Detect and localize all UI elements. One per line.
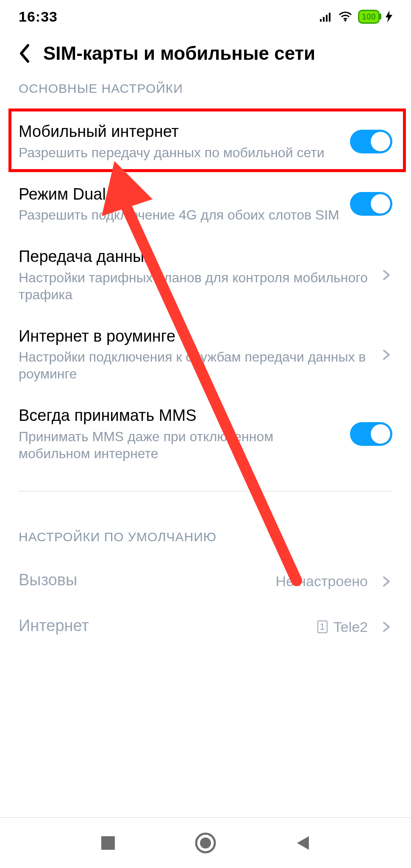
section-divider [19, 491, 392, 492]
svg-rect-0 [320, 19, 322, 22]
triangle-left-icon [294, 835, 311, 851]
content-area: ОСНОВНЫЕ НАСТРОЙКИ Мобильный интернет Ра… [0, 74, 411, 817]
svg-rect-2 [326, 15, 328, 22]
status-time: 16:33 [19, 8, 58, 25]
row-title: Интернет [19, 616, 309, 636]
cellular-signal-icon [320, 11, 333, 22]
row-subtitle: Настройки подключения к службам передачи… [19, 348, 372, 382]
row-title: Всегда принимать MMS [19, 406, 342, 426]
row-value: Не настроено [275, 573, 368, 590]
row-dual-4g[interactable]: Режим Dual 4G Разрешить подключение 4G д… [19, 173, 392, 236]
section-label-default: НАСТРОЙКИ ПО УМОЛЧАНИЮ [19, 530, 392, 544]
row-mobile-data[interactable]: Мобильный интернет Разрешить передачу да… [19, 110, 392, 173]
nav-recents-button[interactable] [95, 830, 121, 856]
row-subtitle: Настройки тарифных планов для контроля м… [19, 269, 372, 303]
row-title: Интернет в роуминге [19, 327, 372, 346]
battery-icon: 100 [358, 10, 380, 24]
sim-slot-badge: 1 [317, 620, 328, 633]
system-nav-bar [0, 817, 411, 868]
row-value: 1 Tele2 [317, 619, 368, 635]
row-data-usage[interactable]: Передача данных Настройки тарифных плано… [19, 235, 392, 315]
svg-point-9 [200, 837, 211, 849]
row-title: Передача данных [19, 247, 372, 267]
row-subtitle: Принимать MMS даже при отключенном мобил… [19, 428, 342, 462]
row-subtitle: Разрешить подключение 4G для обоих слото… [19, 206, 342, 223]
toggle-mms[interactable] [350, 422, 392, 446]
status-icons: 100 [320, 10, 392, 24]
page-header: SIM-карты и мобильные сети [0, 33, 411, 74]
row-calls[interactable]: Вызовы Не настроено [19, 559, 392, 604]
svg-rect-7 [101, 836, 115, 850]
wifi-icon [339, 11, 352, 22]
square-icon [100, 835, 117, 851]
battery-percent: 100 [362, 12, 376, 22]
status-bar: 16:33 100 [0, 0, 411, 33]
row-title: Вызовы [19, 570, 267, 590]
row-internet-default[interactable]: Интернет 1 Tele2 [19, 604, 392, 650]
row-mms[interactable]: Всегда принимать MMS Принимать MMS даже … [19, 394, 392, 474]
toggle-dual-4g[interactable] [350, 192, 392, 216]
row-title: Мобильный интернет [19, 122, 342, 142]
chevron-right-icon [380, 621, 392, 633]
row-subtitle: Разрешить передачу данных по мобильной с… [19, 144, 342, 161]
chevron-right-icon [380, 349, 392, 361]
svg-rect-3 [329, 13, 330, 22]
toggle-mobile-data[interactable] [350, 130, 392, 153]
back-button[interactable] [14, 44, 34, 63]
svg-rect-1 [323, 17, 325, 22]
svg-point-4 [344, 19, 346, 22]
charging-bolt-icon [386, 11, 392, 22]
nav-home-button[interactable] [193, 830, 218, 856]
circle-icon [194, 832, 217, 854]
nav-back-button[interactable] [290, 830, 316, 856]
chevron-right-icon [380, 576, 392, 587]
row-title: Режим Dual 4G [19, 185, 342, 204]
section-label-main: ОСНОВНЫЕ НАСТРОЙКИ [19, 81, 392, 96]
page-title: SIM-карты и мобильные сети [43, 43, 315, 64]
row-roaming[interactable]: Интернет в роуминге Настройки подключени… [19, 315, 392, 395]
chevron-right-icon [380, 269, 392, 281]
chevron-left-icon [18, 44, 31, 63]
